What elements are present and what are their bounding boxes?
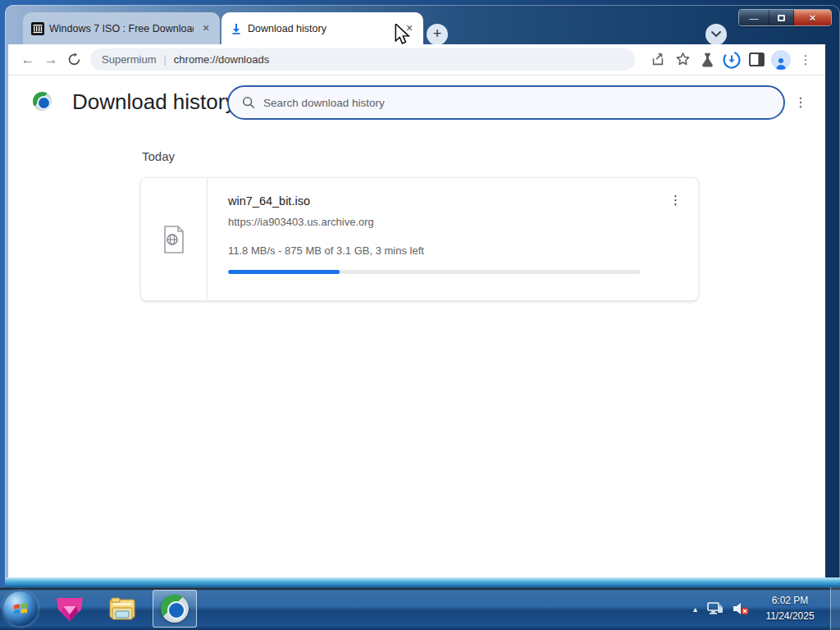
windows-flag-icon xyxy=(12,600,29,617)
profile-button[interactable] xyxy=(769,48,792,71)
tab-close-button[interactable]: × xyxy=(199,21,213,36)
internet-archive-favicon xyxy=(31,22,44,35)
file-icon xyxy=(162,225,186,254)
browser-body: ← → Supermium | chrome://downloads xyxy=(8,44,825,578)
tab-label: Windows 7 ISO : Free Download xyxy=(49,23,194,34)
download-source-url: https://ia903403.us.archive.org xyxy=(228,216,374,228)
tab-strip: Windows 7 ISO : Free Download × Download… xyxy=(5,5,840,44)
chevron-down-icon xyxy=(711,31,721,38)
address-separator: | xyxy=(163,53,166,66)
clock-date: 11/24/2025 xyxy=(755,609,825,624)
page-title: Download history xyxy=(72,89,235,115)
avatar xyxy=(771,50,791,70)
search-input[interactable] xyxy=(263,97,770,109)
supermium-logo xyxy=(33,92,52,111)
navigation-toolbar: ← → Supermium | chrome://downloads xyxy=(8,44,825,75)
browser-window: Windows 7 ISO : Free Download × Download… xyxy=(5,5,840,587)
maximize-button[interactable] xyxy=(769,10,794,25)
bookmark-button[interactable] xyxy=(671,48,694,71)
download-progress-track xyxy=(228,270,641,274)
pink-fox-app-icon xyxy=(55,596,84,623)
extension-flask-button[interactable] xyxy=(696,48,719,71)
back-button[interactable]: ← xyxy=(16,48,39,71)
close-button[interactable]: × xyxy=(794,10,831,25)
windows-taskbar: ▴ 6:02 PM 11/24/2025 xyxy=(0,587,840,630)
browser-menu-button[interactable]: ⋮ xyxy=(794,48,817,71)
download-filename[interactable]: win7_64_bit.iso xyxy=(228,194,678,208)
address-bar[interactable]: Supermium | chrome://downloads xyxy=(90,48,635,71)
person-icon xyxy=(774,57,788,70)
side-panel-button[interactable] xyxy=(745,48,768,71)
download-search-box[interactable] xyxy=(227,85,785,120)
taskbar-pinned-app-pink[interactable] xyxy=(54,594,85,625)
system-tray: ▴ xyxy=(693,587,750,630)
flask-icon xyxy=(701,52,714,67)
network-icon[interactable] xyxy=(705,600,724,617)
start-button[interactable] xyxy=(3,591,38,626)
kebab-icon: ⋮ xyxy=(800,53,812,66)
mouse-cursor xyxy=(394,24,412,45)
tray-expand-button[interactable]: ▴ xyxy=(693,605,697,614)
share-button[interactable] xyxy=(646,48,669,71)
minimize-button[interactable]: — xyxy=(739,10,769,25)
window-caption-buttons: — × xyxy=(738,9,832,26)
window-bottom-frame xyxy=(5,578,840,587)
section-label-today: Today xyxy=(142,149,175,163)
address-engine-label: Supermium xyxy=(102,53,156,66)
download-favicon xyxy=(230,22,243,35)
new-tab-button[interactable]: + xyxy=(427,24,448,45)
tab-search-button[interactable] xyxy=(705,24,727,45)
tab-windows7-iso[interactable]: Windows 7 ISO : Free Download × xyxy=(23,12,220,44)
download-item-menu-button[interactable]: ⋮ xyxy=(669,193,682,208)
volume-muted-icon[interactable] xyxy=(732,600,750,617)
reload-button[interactable] xyxy=(62,48,85,71)
download-item-card: win7_64_bit.iso https://ia903403.us.arch… xyxy=(140,177,699,301)
star-icon xyxy=(675,52,691,67)
tab-label: Download history xyxy=(248,23,397,34)
file-icon-cell xyxy=(141,178,208,300)
side-panel-icon xyxy=(749,52,765,66)
supermium-taskbar-icon xyxy=(161,595,189,623)
folder-explorer-icon xyxy=(107,596,137,623)
reload-icon xyxy=(67,52,81,66)
search-icon xyxy=(242,96,255,109)
download-progress-fill xyxy=(228,270,340,274)
show-desktop-button[interactable] xyxy=(830,587,840,630)
taskbar-file-explorer[interactable] xyxy=(107,594,138,625)
download-status: 11.8 MB/s - 875 MB of 3.1 GB, 3 mins lef… xyxy=(228,244,424,257)
downloads-progress-button[interactable] xyxy=(720,48,743,71)
download-progress-icon xyxy=(722,50,742,70)
address-url: chrome://downloads xyxy=(174,53,269,66)
clock-time: 6:02 PM xyxy=(755,593,825,609)
share-icon xyxy=(651,52,665,67)
maximize-icon xyxy=(778,15,785,21)
page-menu-button[interactable]: ⋮ xyxy=(794,94,807,110)
downloads-page: Download history ⋮ Today xyxy=(8,75,825,578)
taskbar-supermium-active[interactable] xyxy=(153,590,197,628)
download-details: win7_64_bit.iso https://ia903403.us.arch… xyxy=(208,178,698,300)
forward-button[interactable]: → xyxy=(39,48,62,71)
taskbar-clock[interactable]: 6:02 PM 11/24/2025 xyxy=(755,593,825,624)
